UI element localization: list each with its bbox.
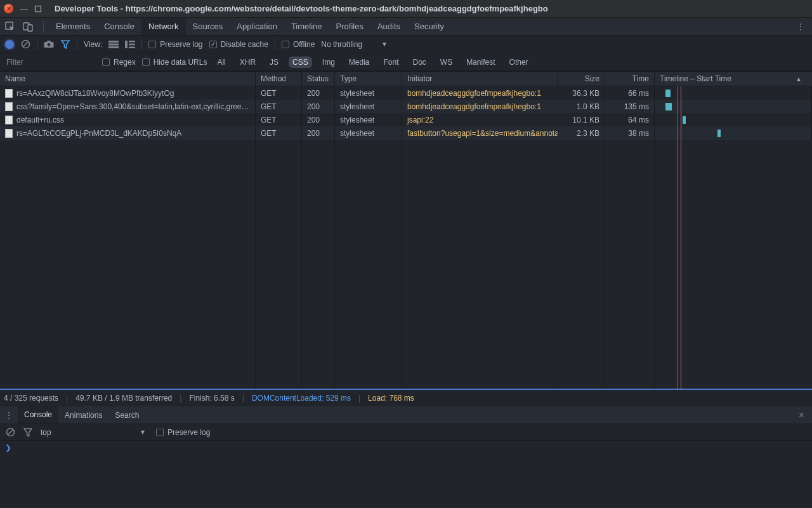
table-row[interactable]: rs=AGLTcCOEgPLj-PnMCD3L_dKAKDp5I0sNqAGET… (0, 126, 812, 140)
console-preserve-log-label: Preserve log (167, 428, 210, 437)
drawer-close-icon[interactable]: × (791, 406, 812, 424)
record-button[interactable] (5, 40, 14, 49)
filter-type-css[interactable]: CSS (289, 57, 312, 68)
window-maximize-button[interactable] (34, 5, 42, 13)
drawer-tabstrip: ⋮ Console Animations Search × (0, 406, 812, 424)
cell-initiator[interactable]: jsapi:22 (402, 113, 558, 126)
cell-method: GET (256, 86, 302, 100)
clear-icon[interactable] (20, 39, 30, 50)
cell-status: 200 (302, 86, 335, 100)
drawer-handle-icon[interactable]: ⋮ (0, 406, 18, 424)
tab-sources[interactable]: Sources (186, 18, 230, 35)
sort-ascending-icon: ▲ (796, 76, 802, 83)
svg-rect-15 (129, 46, 135, 48)
network-table-header: Name Method Status Type Initiator Size T… (0, 71, 812, 86)
table-row[interactable]: css?family=Open+Sans:300,400&subset=lati… (0, 100, 812, 113)
table-row[interactable]: rs=AAxzQIW8ciJTa18Wvoy8MOwPfb3KIyytOgGET… (0, 86, 812, 100)
disable-cache-checkbox[interactable]: Disable cache (209, 40, 268, 49)
tab-timeline[interactable]: Timeline (284, 18, 329, 35)
summary-dcl: DOMContentLoaded: 529 ms (252, 394, 351, 403)
file-icon (5, 116, 13, 124)
svg-rect-10 (108, 43, 119, 45)
console-prompt-icon: ❯ (5, 443, 11, 452)
overview-icon[interactable] (125, 39, 135, 50)
filter-icon[interactable] (60, 39, 70, 50)
filter-type-doc[interactable]: Doc (409, 57, 430, 68)
console-preserve-log-checkbox[interactable]: Preserve log (156, 428, 210, 437)
summary-requests: 4 / 325 requests (4, 394, 58, 403)
cell-type: stylesheet (335, 100, 402, 113)
column-initiator[interactable]: Initiator (402, 72, 558, 86)
drawer-tab-animations[interactable]: Animations (58, 406, 108, 424)
cell-type: stylesheet (335, 86, 402, 100)
drawer-tab-console[interactable]: Console (18, 406, 58, 424)
console-clear-icon[interactable] (5, 427, 15, 438)
column-timeline[interactable]: Timeline – Start Time ▲ (655, 72, 812, 86)
column-size[interactable]: Size (558, 72, 605, 86)
cell-size: 10.1 KB (558, 113, 605, 126)
tab-audits[interactable]: Audits (370, 18, 407, 35)
cell-size: 36.3 KB (558, 86, 605, 100)
svg-rect-7 (47, 41, 51, 43)
preserve-log-label: Preserve log (160, 40, 202, 49)
svg-rect-11 (108, 46, 119, 48)
table-row[interactable]: default+ru.cssGET200stylesheetjsapi:2210… (0, 113, 812, 126)
cell-type: stylesheet (335, 113, 402, 126)
cell-initiator[interactable]: bomhdjeadceaggdgfoefmpeafkjhegbo:1 (402, 100, 558, 113)
disable-cache-label: Disable cache (221, 40, 268, 49)
tab-profiles[interactable]: Profiles (329, 18, 370, 35)
cell-name: rs=AAxzQIW8ciJTa18Wvoy8MOwPfb3KIyytOg (16, 89, 174, 98)
cell-name: rs=AGLTcCOEgPLj-PnMCD3L_dKAKDp5I0sNqA (16, 129, 181, 138)
summary-transferred: 49.7 KB / 1.9 MB transferred (75, 394, 172, 403)
filter-type-manifest[interactable]: Manifest (462, 57, 499, 68)
filter-type-font[interactable]: Font (380, 57, 403, 68)
tab-application[interactable]: Application (230, 18, 284, 35)
column-name[interactable]: Name (0, 72, 256, 86)
filter-type-other[interactable]: Other (506, 57, 532, 68)
hide-data-urls-checkbox[interactable]: Hide data URLs (142, 58, 207, 67)
large-rows-icon[interactable] (108, 39, 119, 50)
console-context-dropdown[interactable]: top ▼ (41, 428, 148, 437)
offline-label: Offline (293, 40, 315, 49)
more-options-icon[interactable]: ⋮ (789, 18, 812, 35)
column-type[interactable]: Type (335, 72, 402, 86)
svg-line-5 (23, 42, 28, 47)
network-summary: 4 / 325 requests | 49.7 KB / 1.9 MB tran… (0, 389, 812, 406)
cell-initiator[interactable]: bomhdjeadceaggdgfoefmpeafkjhegbo:1 (402, 86, 558, 100)
svg-rect-13 (129, 41, 135, 43)
window-minimize-button[interactable]: — (20, 4, 28, 13)
filter-type-xhr[interactable]: XHR (236, 57, 259, 68)
console-filter-icon[interactable] (23, 427, 33, 438)
window-close-button[interactable]: ✕ (4, 4, 13, 13)
column-status[interactable]: Status (302, 72, 335, 86)
chevron-down-icon: ▼ (381, 41, 388, 48)
cell-initiator[interactable]: fastbutton?usegapi=1&size=medium&annota… (402, 126, 558, 140)
column-method[interactable]: Method (256, 72, 302, 86)
svg-point-8 (48, 43, 51, 46)
console-body[interactable]: ❯ (0, 441, 812, 498)
filter-input[interactable] (2, 55, 96, 69)
device-mode-icon[interactable] (23, 22, 33, 32)
tab-console[interactable]: Console (97, 18, 141, 35)
column-time[interactable]: Time (605, 72, 655, 86)
drawer-tab-search[interactable]: Search (108, 406, 145, 424)
preserve-log-checkbox[interactable]: Preserve log (148, 40, 202, 49)
capture-screenshots-icon[interactable] (44, 39, 54, 50)
tab-elements[interactable]: Elements (49, 18, 97, 35)
regex-checkbox[interactable]: Regex (102, 58, 136, 67)
filter-type-all[interactable]: All (213, 57, 229, 68)
throttling-dropdown[interactable]: No throttling ▼ (321, 40, 388, 49)
svg-rect-14 (129, 43, 135, 45)
filter-type-img[interactable]: Img (318, 57, 339, 68)
tab-network[interactable]: Network (141, 18, 186, 35)
filter-type-ws[interactable]: WS (436, 57, 456, 68)
file-icon (5, 102, 13, 111)
offline-checkbox[interactable]: Offline (282, 40, 315, 49)
filter-bar: Regex Hide data URLs All XHR JS CSS Img … (0, 53, 812, 71)
filter-type-media[interactable]: Media (345, 57, 374, 68)
tab-security[interactable]: Security (407, 18, 451, 35)
filter-type-js[interactable]: JS (266, 57, 282, 68)
inspect-element-icon[interactable] (5, 22, 15, 32)
hide-data-urls-label: Hide data URLs (154, 58, 207, 67)
window-title: Developer Tools - https://chrome.google.… (55, 4, 548, 13)
